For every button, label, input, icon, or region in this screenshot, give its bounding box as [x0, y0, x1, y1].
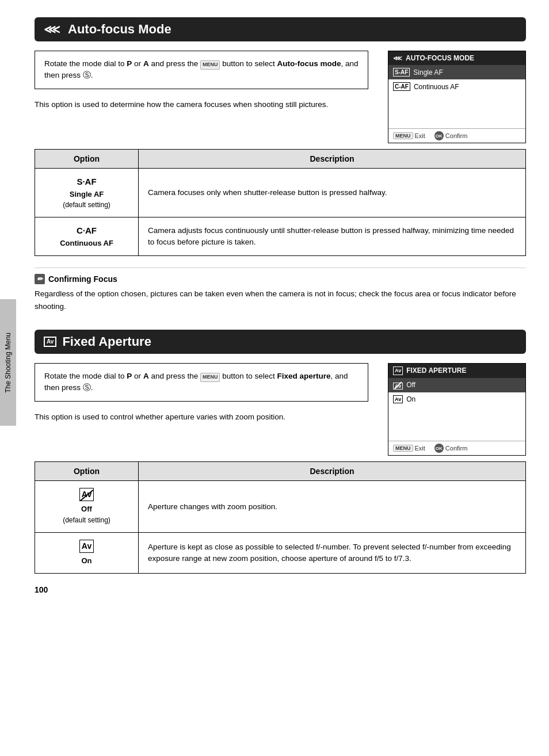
fa-table-col1: Option [35, 462, 139, 481]
fixed-aperture-options-table: Option Description Av Off (default setti… [35, 461, 526, 574]
fixed-aperture-content-left: Rotate the mode dial to P or A and press… [35, 363, 376, 432]
menu-kbd-exit-fa: MENU [393, 445, 413, 452]
af-option-caf-cell: C·AF Continuous AF [35, 217, 139, 256]
autofocus-icon: ⋘ [44, 22, 60, 36]
menu-kbd-exit-af: MENU [393, 132, 413, 139]
af-caf-icon-label: C·AF [44, 224, 129, 238]
fixed-aperture-instruction-box: Rotate the mode dial to P or A and press… [35, 363, 368, 402]
fa-menu-item-on-label: On [406, 395, 415, 403]
fa-menu-av-icon: Av [393, 366, 403, 375]
fixed-aperture-title: Fixed Aperture [62, 334, 151, 349]
fa-option-on-cell: Av On [35, 532, 139, 574]
fa-off-note: (default setting) [44, 515, 129, 525]
fa-off-desc: Aperture changes with zoom position. [139, 481, 526, 533]
side-tab-label: The Shooting Menu [4, 333, 12, 393]
confirming-focus-box: ✏ Confirming Focus Regardless of the opt… [35, 268, 526, 312]
fixed-aperture-menu-screen: Av FIXED APERTURE Av Off Av On MENU Exit… [388, 363, 526, 456]
fa-menu-item-off-label: Off [406, 381, 415, 389]
side-tab: The Shooting Menu [0, 299, 16, 426]
confirming-focus-title: Confirming Focus [48, 274, 117, 284]
af-menu-title-text: AUTO-FOCUS MODE [406, 54, 474, 62]
fixed-aperture-icon: Av [44, 337, 56, 347]
fa-on-table-icon: Av [79, 540, 94, 553]
af-menu-item-saf[interactable]: S-AF Single AF [388, 65, 525, 79]
menu-key-af: MENU [200, 60, 220, 70]
table-row: S·AF Single AF (default setting) Camera … [35, 169, 526, 217]
af-footer-exit: MENU Exit [393, 131, 425, 140]
af-menu-item-caf-label: Continuous AF [414, 83, 459, 91]
af-footer-confirm: OK Confirm [434, 131, 468, 140]
page-number: 100 [35, 585, 526, 594]
fa-on-icon: Av [393, 395, 403, 404]
autofocus-instruction-box: Rotate the mode dial to P or A and press… [35, 51, 368, 89]
autofocus-options-table: Option Description S·AF Single AF (defau… [35, 149, 526, 256]
fa-menu-title-text: FIXED APERTURE [406, 366, 466, 375]
fa-menu-item-on[interactable]: Av On [388, 392, 525, 407]
confirming-focus-text: Regardless of the option chosen, picture… [35, 288, 526, 312]
fa-menu-title: Av FIXED APERTURE [388, 364, 525, 378]
autofocus-description: This option is used to determine how the… [35, 98, 368, 111]
table-row: C·AF Continuous AF Camera adjusts focus … [35, 217, 526, 256]
af-menu-footer: MENU Exit OK Confirm [388, 128, 525, 143]
af-saf-desc: Camera focuses only when shutter-release… [139, 169, 526, 217]
note-icon: ✏ [35, 274, 45, 284]
fa-footer-confirm: OK Confirm [434, 444, 468, 453]
af-menu-title: ⋘ AUTO-FOCUS MODE [388, 51, 525, 65]
fa-instr-text1: Rotate the mode dial to P or A and press… [44, 372, 348, 392]
autofocus-header: ⋘ Auto-focus Mode [35, 17, 526, 41]
af-saf-name: Single AF [44, 189, 129, 200]
table-row: Av On Aperture is kept as close as possi… [35, 532, 526, 574]
autofocus-content-row: Rotate the mode dial to P or A and press… [35, 51, 526, 143]
autofocus-content-left: Rotate the mode dial to P or A and press… [35, 51, 376, 120]
fa-off-table-icon: Av [79, 488, 94, 501]
af-menu-item-saf-label: Single AF [413, 68, 443, 77]
fixed-aperture-header: Av Fixed Aperture [35, 330, 526, 354]
af-saf-note: (default setting) [44, 200, 129, 210]
fa-off-name: Off [44, 503, 129, 515]
af-menu-item-caf[interactable]: C-AF Continuous AF [388, 79, 525, 94]
fixed-aperture-content-row: Rotate the mode dial to P or A and press… [35, 363, 526, 456]
fa-menu-footer: MENU Exit OK Confirm [388, 441, 525, 455]
fa-footer-exit: MENU Exit [393, 444, 425, 453]
fa-off-icon: Av [393, 381, 403, 390]
af-table-col1: Option [35, 150, 139, 169]
af-table-col2: Description [139, 150, 526, 169]
saf-icon: S-AF [393, 68, 410, 77]
autofocus-menu-screen: ⋘ AUTO-FOCUS MODE S-AF Single AF C-AF Co… [388, 51, 526, 143]
autofocus-title: Auto-focus Mode [68, 22, 171, 37]
fa-table-col2: Description [139, 462, 526, 481]
confirming-focus-title-row: ✏ Confirming Focus [35, 274, 526, 284]
af-option-saf-cell: S·AF Single AF (default setting) [35, 169, 139, 217]
af-caf-name: Continuous AF [44, 238, 129, 249]
caf-icon: C-AF [393, 82, 410, 91]
ok-btn-fa: OK [434, 444, 444, 453]
fixed-aperture-description: This option is used to control whether a… [35, 411, 368, 423]
fa-option-off-cell: Av Off (default setting) [35, 481, 139, 533]
ok-btn-af: OK [434, 131, 444, 140]
menu-key-fa: MENU [200, 373, 220, 382]
fa-menu-item-off[interactable]: Av Off [388, 378, 525, 392]
fa-on-name: On [44, 555, 129, 567]
af-saf-icon-label: S·AF [44, 175, 129, 189]
table-row: Av Off (default setting) Aperture change… [35, 481, 526, 533]
fa-on-desc: Aperture is kept as close as possible to… [139, 532, 526, 574]
af-caf-desc: Camera adjusts focus continuously until … [139, 217, 526, 256]
af-instr-text1: Rotate the mode dial to P or A and press… [44, 59, 359, 79]
